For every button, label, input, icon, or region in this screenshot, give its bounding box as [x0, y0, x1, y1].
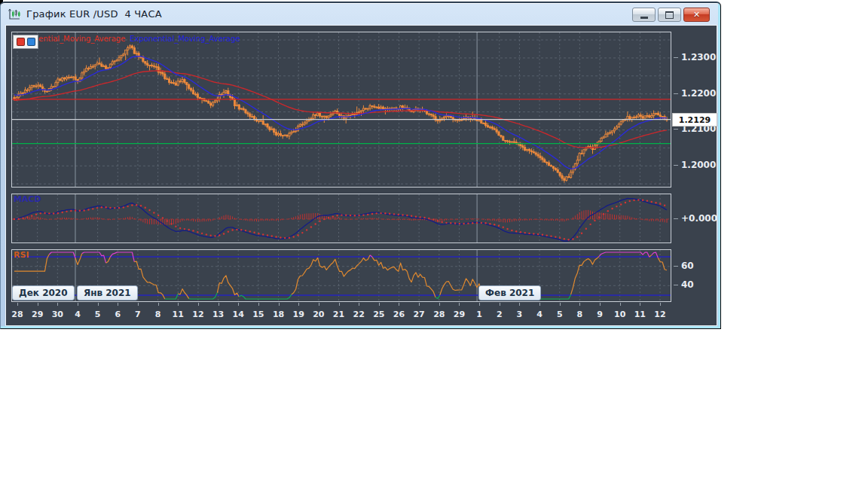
indicator-legend-swatches	[13, 35, 38, 49]
date-tick	[359, 303, 359, 306]
ema-slow-legend-label: ential_Moving_Average	[38, 35, 125, 43]
date-label: 28	[433, 310, 445, 319]
close-icon: ✕	[693, 11, 700, 19]
date-tick	[539, 303, 540, 306]
date-label: 29	[32, 310, 43, 319]
macd-canvas	[12, 194, 671, 242]
date-label: 8	[155, 310, 161, 319]
date-label: 10	[614, 310, 625, 319]
price-tick-label: 1.2300	[681, 52, 716, 63]
macd-panel[interactable]	[11, 194, 671, 243]
date-tick	[500, 303, 500, 306]
date-label: 2	[497, 310, 503, 319]
date-tick	[158, 303, 159, 306]
minimize-button[interactable]	[632, 8, 656, 22]
date-label: 5	[557, 310, 563, 319]
date-label: 29	[454, 310, 465, 319]
date-tick	[38, 303, 38, 306]
date-tick	[439, 303, 440, 306]
date-label: 25	[373, 310, 384, 319]
price-tick-label: 1.2200	[681, 88, 716, 99]
date-label: 1	[476, 310, 482, 319]
blue-ema-swatch-icon	[27, 38, 35, 46]
month-badge: Фев 2021	[478, 285, 541, 300]
date-label: 27	[413, 310, 424, 319]
price-chart-panel[interactable]	[11, 32, 671, 188]
date-label: 7	[135, 310, 141, 319]
month-badge: Янв 2021	[77, 285, 138, 300]
current-price-tag: 1.2129	[672, 113, 717, 127]
date-label: 14	[233, 310, 244, 319]
red-ema-swatch-icon	[17, 38, 25, 46]
date-tick	[339, 303, 340, 306]
date-tick	[279, 303, 280, 306]
date-label: 18	[273, 310, 284, 319]
date-label: 11	[634, 310, 646, 319]
window-controls: ✕	[632, 8, 710, 22]
date-tick	[298, 303, 299, 306]
rsi-label: RSI	[14, 250, 29, 260]
rsi-scale-label: 60	[681, 261, 694, 271]
date-label: 4	[536, 310, 542, 319]
date-tick	[219, 303, 219, 306]
date-tick	[479, 303, 480, 306]
maximize-button[interactable]	[658, 8, 681, 22]
date-label: 30	[52, 310, 63, 319]
date-tick	[640, 303, 640, 306]
date-tick	[258, 303, 259, 306]
date-tick	[620, 303, 621, 306]
date-label: 28	[11, 310, 23, 319]
date-tick	[198, 303, 199, 306]
month-badge: Дек 2020	[12, 285, 75, 300]
date-tick	[98, 303, 99, 306]
date-tick	[399, 303, 399, 306]
date-tick	[459, 303, 460, 306]
minimize-icon	[640, 17, 648, 19]
ema-fast-legend-label: Exponential_Moving_Average	[130, 35, 240, 43]
date-label: 26	[393, 310, 405, 319]
maximize-icon	[665, 11, 674, 19]
chart-window: График EUR /USD 4 ЧАСА ✕ ential	[0, 2, 721, 329]
date-label: 20	[313, 310, 324, 319]
date-label: 13	[212, 310, 224, 319]
date-tick	[238, 303, 239, 306]
date-tick	[319, 303, 319, 306]
price-tick-label: 1.2000	[681, 160, 716, 170]
chart-client-area: ential_Moving_Average Exponential_Moving…	[6, 26, 717, 325]
date-label: 12	[654, 310, 665, 319]
date-tick	[560, 303, 561, 306]
macd-label: MACD	[14, 194, 41, 204]
date-label: 15	[252, 310, 264, 319]
date-tick	[519, 303, 520, 306]
date-label: 12	[192, 310, 203, 319]
date-tick	[17, 303, 18, 306]
date-tick	[118, 303, 118, 306]
date-label: 21	[333, 310, 344, 319]
date-label: 11	[173, 310, 184, 319]
date-tick	[178, 303, 179, 306]
window-titlebar[interactable]: График EUR /USD 4 ЧАСА ✕	[2, 4, 719, 24]
date-tick	[57, 303, 58, 306]
date-tick	[579, 303, 580, 306]
date-label: 8	[577, 310, 583, 319]
date-tick	[379, 303, 380, 306]
date-label: 6	[115, 310, 121, 319]
desktop-screen: График EUR /USD 4 ЧАСА ✕ ential	[0, 0, 868, 488]
date-tick	[78, 303, 78, 306]
date-tick	[660, 303, 661, 306]
date-label: 19	[293, 310, 304, 319]
rsi-scale-label: 40	[681, 279, 694, 290]
macd-zero-label: +0.000	[681, 213, 717, 224]
close-button[interactable]: ✕	[683, 8, 710, 22]
date-tick	[138, 303, 139, 306]
price-chart-canvas	[12, 32, 671, 187]
date-label: 9	[597, 310, 603, 319]
date-tick	[419, 303, 420, 306]
date-label: 4	[75, 310, 81, 319]
date-label: 5	[95, 310, 101, 319]
date-tick	[600, 303, 601, 306]
window-title: График EUR /USD 4 ЧАСА	[26, 8, 162, 20]
indicator-legend: ential_Moving_Average Exponential_Moving…	[38, 35, 240, 43]
candlestick-chart-icon	[8, 8, 21, 20]
date-label: 22	[353, 310, 365, 319]
